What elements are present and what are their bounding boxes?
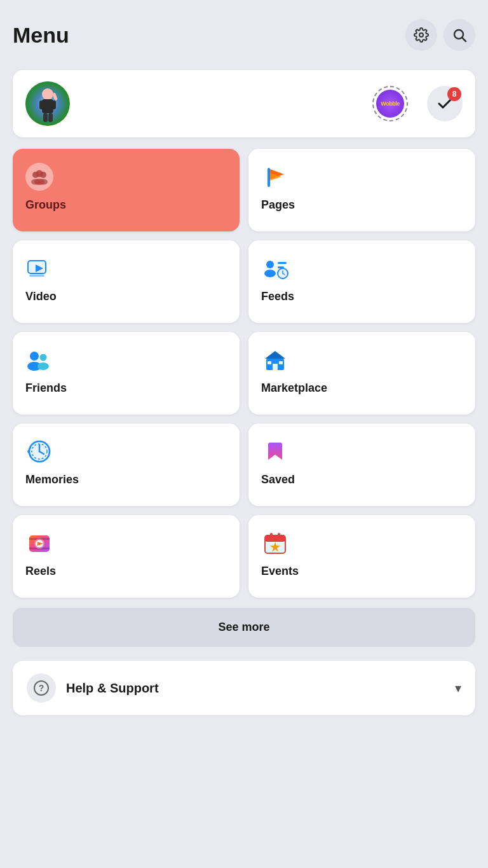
wobble-button[interactable]: Wobble: [372, 86, 408, 121]
svg-rect-26: [278, 262, 287, 264]
events-label: Events: [261, 565, 299, 578]
svg-point-4: [42, 88, 53, 100]
help-icon: ?: [27, 673, 56, 703]
chevron-down-icon: ▾: [455, 680, 461, 696]
profile-card[interactable]: Wobble 8: [13, 70, 475, 137]
notifications-button[interactable]: 8: [427, 86, 463, 121]
svg-point-24: [266, 261, 274, 268]
menu-item-feeds[interactable]: Feeds: [248, 240, 475, 323]
svg-rect-8: [43, 113, 48, 122]
menu-item-reels[interactable]: Reels: [13, 515, 240, 598]
svg-rect-39: [279, 361, 283, 364]
search-button[interactable]: [444, 19, 475, 51]
svg-rect-7: [52, 100, 56, 109]
marketplace-icon: [261, 346, 289, 374]
video-label: Video: [25, 290, 57, 303]
menu-grid: Groups Pages Video: [13, 149, 475, 598]
svg-rect-5: [42, 99, 53, 113]
gear-icon: [414, 27, 429, 43]
header: Menu: [13, 13, 475, 57]
see-more-button[interactable]: See more: [13, 608, 475, 647]
svg-point-16: [34, 179, 44, 185]
svg-point-0: [419, 33, 423, 37]
svg-line-2: [463, 38, 466, 42]
reels-label: Reels: [25, 565, 56, 578]
settings-button[interactable]: [405, 19, 437, 51]
groups-icon: [25, 163, 53, 191]
page-title: Menu: [13, 23, 69, 48]
memories-icon: [25, 437, 53, 465]
svg-point-31: [30, 352, 39, 361]
svg-rect-37: [273, 364, 278, 370]
menu-item-saved[interactable]: Saved: [248, 424, 475, 506]
avatar: [25, 81, 70, 126]
friends-label: Friends: [25, 382, 67, 395]
svg-rect-53: [278, 533, 280, 538]
avatar-image: [25, 81, 70, 126]
saved-icon: [261, 437, 289, 465]
events-icon: [261, 529, 289, 557]
svg-rect-51: [265, 535, 285, 542]
video-icon: [25, 254, 53, 282]
svg-rect-23: [29, 275, 44, 277]
svg-rect-17: [268, 168, 270, 187]
menu-item-pages[interactable]: Pages: [248, 149, 475, 231]
help-label: Help & Support: [66, 681, 445, 696]
friends-icon: [25, 346, 53, 374]
svg-rect-38: [268, 361, 271, 364]
svg-text:?: ?: [39, 683, 44, 693]
menu-item-marketplace[interactable]: Marketplace: [248, 332, 475, 415]
svg-point-34: [37, 362, 49, 370]
svg-rect-52: [270, 533, 273, 538]
svg-rect-6: [39, 100, 43, 109]
menu-item-video[interactable]: Video: [13, 240, 240, 323]
menu-item-memories[interactable]: Memories: [13, 424, 240, 506]
pages-label: Pages: [261, 198, 295, 212]
reels-icon: [25, 529, 53, 557]
feeds-icon: [261, 254, 289, 282]
svg-rect-9: [48, 113, 53, 122]
pages-icon: [261, 163, 289, 191]
menu-item-groups[interactable]: Groups: [13, 149, 240, 231]
header-actions: [405, 19, 475, 51]
svg-point-33: [40, 354, 47, 361]
menu-item-events[interactable]: Events: [248, 515, 475, 598]
help-support-row[interactable]: ? Help & Support ▾: [13, 661, 475, 715]
memories-label: Memories: [25, 473, 79, 486]
search-icon: [452, 27, 467, 43]
saved-label: Saved: [261, 473, 295, 486]
feeds-label: Feeds: [261, 290, 294, 303]
wobble-label: Wobble: [376, 90, 404, 118]
svg-point-25: [264, 270, 276, 277]
marketplace-label: Marketplace: [261, 382, 327, 395]
svg-marker-36: [265, 351, 285, 359]
menu-item-friends[interactable]: Friends: [13, 332, 240, 415]
svg-point-13: [36, 170, 43, 177]
notification-badge: 8: [447, 87, 461, 101]
groups-label: Groups: [25, 198, 66, 212]
